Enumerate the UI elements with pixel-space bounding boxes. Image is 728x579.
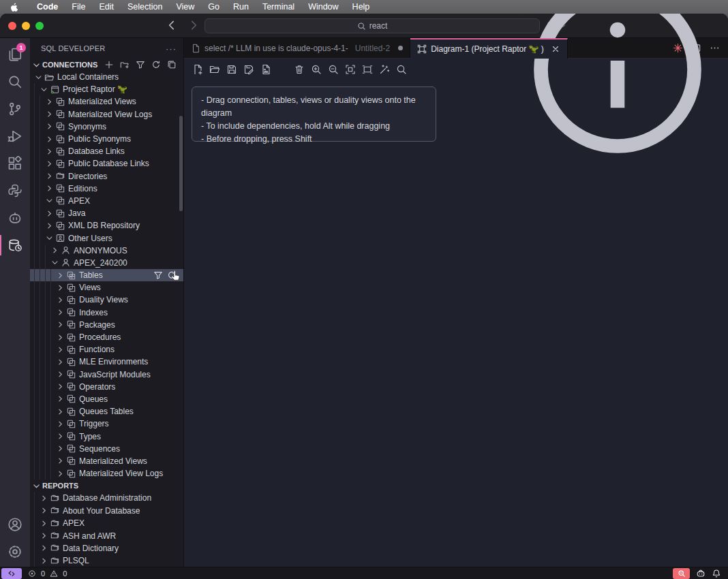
chevron-right-icon[interactable]	[40, 557, 48, 565]
delete-icon[interactable]	[294, 64, 305, 75]
chevron-right-icon[interactable]	[45, 97, 54, 106]
status-search-button[interactable]	[673, 568, 690, 579]
menu-item-code[interactable]: Code	[30, 2, 65, 12]
tree-item-tables[interactable]: Tables	[30, 269, 183, 281]
tree-item-editions[interactable]: Editions	[30, 183, 183, 195]
chevron-right-icon[interactable]	[56, 382, 65, 391]
tree-item-views[interactable]: Views	[30, 281, 183, 294]
zoom-out-icon[interactable]	[328, 64, 339, 75]
chevron-right-icon[interactable]	[45, 135, 54, 144]
tree-item-apex[interactable]: APEX	[30, 517, 183, 529]
menu-item-help[interactable]: Help	[346, 2, 377, 12]
chevron-right-icon[interactable]	[40, 531, 48, 540]
tree-item-materialized-views[interactable]: Materialized Views	[30, 455, 183, 467]
tree-item-directories[interactable]: Directories	[30, 170, 183, 183]
tree-item-javascript-modules[interactable]: JavaScript Modules	[30, 369, 183, 381]
tree-item-apex-240200[interactable]: APEX_240200	[30, 257, 183, 269]
activity-item-search[interactable]	[0, 68, 30, 95]
modified-dot-icon[interactable]	[398, 46, 403, 50]
tree-item-functions[interactable]: Functions	[30, 343, 183, 356]
tree-item-xml-db-repository[interactable]: XML DB Repository	[30, 219, 183, 232]
chevron-right-icon[interactable]	[40, 519, 48, 528]
activity-item-robot[interactable]	[0, 204, 30, 232]
tree-item-duality-views[interactable]: Duality Views	[30, 294, 183, 306]
menu-item-selection[interactable]: Selection	[121, 2, 169, 12]
chevron-right-icon[interactable]	[40, 494, 48, 503]
chevron-down-icon[interactable]	[50, 258, 59, 267]
collapse-all-icon[interactable]	[167, 60, 177, 69]
menu-item-run[interactable]: Run	[226, 2, 256, 12]
tree-item-other-users[interactable]: Other Users	[30, 232, 183, 244]
new-folder-icon[interactable]	[120, 60, 130, 69]
chevron-right-icon[interactable]	[56, 320, 65, 329]
tree-item-synonyms[interactable]: Synonyms	[30, 121, 183, 133]
diagram-canvas[interactable]: - Drag connection, tables, views or dual…	[184, 80, 728, 567]
tree-item-types[interactable]: Types	[30, 430, 183, 442]
chevron-right-icon[interactable]	[56, 283, 65, 292]
tab-diagram-1[interactable]: Diagram-1 (Project Raptor 🦖 )	[410, 38, 568, 59]
menu-item-edit[interactable]: Edit	[92, 2, 121, 12]
activity-item-account[interactable]	[0, 511, 30, 538]
chevron-right-icon[interactable]	[45, 209, 54, 218]
tree-item-java[interactable]: Java	[30, 207, 183, 219]
tree-item-database-links[interactable]: Database Links	[30, 145, 183, 157]
chevron-right-icon[interactable]	[56, 469, 65, 478]
chevron-right-icon[interactable]	[56, 271, 65, 280]
tree-item-procedures[interactable]: Procedures	[30, 331, 183, 343]
activity-item-explorer[interactable]: 1	[0, 41, 30, 68]
tree-item-triggers[interactable]: Triggers	[30, 418, 183, 430]
chevron-right-icon[interactable]	[56, 345, 65, 354]
export-image-icon[interactable]	[260, 64, 271, 75]
filter-icon[interactable]	[153, 270, 163, 280]
more-actions-icon[interactable]: ···	[166, 44, 177, 54]
save-as-icon[interactable]	[243, 64, 254, 75]
tree-item-data-dictionary[interactable]: Data Dictionary	[30, 542, 183, 554]
tree-item-local-containers[interactable]: Local Containers	[30, 71, 183, 83]
tree-item-sequences[interactable]: Sequences	[30, 443, 183, 455]
auto-layout-icon[interactable]	[379, 64, 390, 75]
chevron-right-icon[interactable]	[56, 407, 65, 416]
tree-item-queues[interactable]: Queues	[30, 393, 183, 405]
save-icon[interactable]	[226, 64, 237, 75]
chevron-right-icon[interactable]	[56, 333, 65, 342]
open-diagram-icon[interactable]	[209, 64, 220, 75]
tree-item-public-synonyms[interactable]: Public Synonyms	[30, 133, 183, 145]
zoom-in-icon[interactable]	[311, 64, 322, 75]
chevron-right-icon[interactable]	[56, 358, 65, 366]
chevron-right-icon[interactable]	[45, 110, 54, 119]
reports-section-header[interactable]: REPORTS	[30, 480, 183, 492]
chevron-down-icon[interactable]	[45, 234, 54, 242]
tree-item-database-administration[interactable]: Database Administration	[30, 492, 183, 504]
chevron-right-icon[interactable]	[56, 444, 65, 453]
chevron-right-icon[interactable]	[45, 184, 54, 193]
copilot-icon[interactable]	[696, 569, 706, 578]
chevron-right-icon[interactable]	[56, 308, 65, 317]
tree-item-indexes[interactable]: Indexes	[30, 307, 183, 319]
chevron-right-icon[interactable]	[56, 456, 65, 465]
tree-item-about-your-database[interactable]: About Your Database	[30, 505, 183, 517]
activity-item-sql-developer[interactable]	[0, 232, 30, 259]
tree-item-queues-tables[interactable]: Queues Tables	[30, 405, 183, 418]
refresh-icon[interactable]	[151, 60, 161, 69]
menu-item-view[interactable]: View	[169, 2, 201, 12]
remote-indicator-button[interactable]	[1, 568, 22, 579]
activity-item-settings[interactable]	[0, 538, 30, 565]
apple-menu-icon[interactable]	[10, 2, 19, 12]
chevron-right-icon[interactable]	[45, 172, 54, 181]
tree-item-packages[interactable]: Packages	[30, 319, 183, 331]
chevron-right-icon[interactable]	[45, 221, 54, 230]
tree-item-project-raptor[interactable]: Project Raptor 🦖	[30, 83, 183, 95]
close-icon[interactable]	[551, 44, 560, 54]
activity-item-python[interactable]	[0, 177, 30, 204]
sidebar-scrollbar[interactable]	[179, 116, 183, 211]
tree-item-apex[interactable]: APEX	[30, 195, 183, 207]
chevron-right-icon[interactable]	[56, 296, 65, 304]
connections-section-header[interactable]: CONNECTIONS	[30, 59, 183, 71]
bell-icon[interactable]	[712, 569, 721, 578]
zoom-fit-icon[interactable]	[345, 64, 356, 75]
chevron-right-icon[interactable]	[45, 122, 54, 131]
chevron-right-icon[interactable]	[40, 544, 48, 552]
chevron-right-icon[interactable]	[56, 420, 65, 428]
tree-item-materialized-views[interactable]: Materialized Views	[30, 95, 183, 108]
chevron-down-icon[interactable]	[34, 73, 43, 82]
